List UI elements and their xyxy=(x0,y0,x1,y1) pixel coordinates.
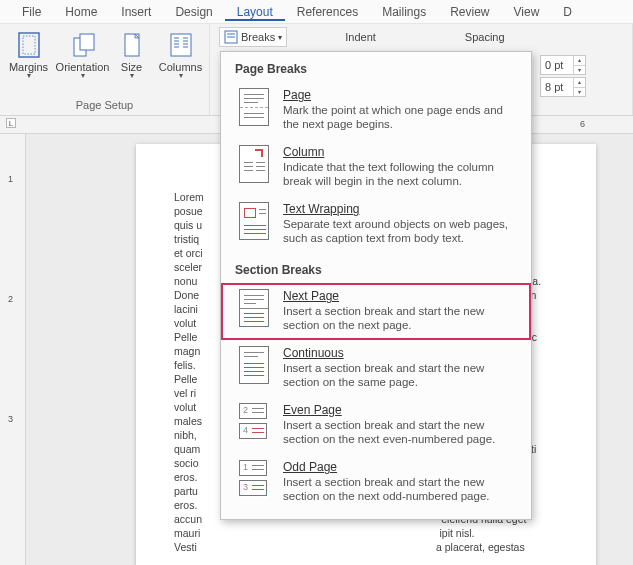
ruler-number: 2 xyxy=(8,294,13,304)
chevron-down-icon: ▾ xyxy=(27,73,31,79)
even-badge2: 4 xyxy=(243,425,248,435)
option-desc: Insert a section break and start the new… xyxy=(283,418,517,446)
chevron-down-icon: ▾ xyxy=(81,73,85,79)
even-page-break-icon: 2 4 xyxy=(239,403,269,441)
svg-rect-3 xyxy=(80,34,94,50)
orientation-icon xyxy=(68,32,98,58)
breaks-label: Breaks xyxy=(241,31,275,43)
spinner-buttons[interactable]: ▴▾ xyxy=(573,56,585,74)
breaks-icon xyxy=(224,30,238,44)
spacing-before-input[interactable]: 0 pt ▴▾ xyxy=(540,55,586,75)
chevron-down-icon: ▾ xyxy=(130,73,134,79)
break-option-even-page[interactable]: 2 4 Even Page Insert a section break and… xyxy=(221,397,531,454)
option-desc: Insert a section break and start the new… xyxy=(283,361,517,389)
option-desc: Insert a section break and start the new… xyxy=(283,475,517,503)
option-title: Page xyxy=(283,88,517,102)
column-break-icon xyxy=(239,145,269,183)
tab-stop-marker[interactable]: L xyxy=(6,118,16,128)
tab-mailings[interactable]: Mailings xyxy=(370,2,438,21)
doc-line: mauri ipit nisl. xyxy=(174,526,566,540)
section-breaks-heading: Section Breaks xyxy=(221,253,531,283)
option-title: Column xyxy=(283,145,517,159)
group-page-setup: Margins ▾ Orientation ▾ Size ▾ Columns ▾… xyxy=(0,24,210,115)
ruler-number: 6 xyxy=(580,119,585,129)
option-desc: Insert a section break and start the new… xyxy=(283,304,517,332)
spacing-after-input[interactable]: 8 pt ▴▾ xyxy=(540,77,586,97)
next-page-break-icon xyxy=(239,289,269,327)
orientation-button[interactable]: Orientation ▾ xyxy=(58,30,108,81)
tab-d[interactable]: D xyxy=(551,2,584,21)
odd-badge: 1 xyxy=(243,462,248,472)
ribbon-tabs: File Home Insert Design Layout Reference… xyxy=(0,0,633,24)
spacing-after-value: 8 pt xyxy=(545,81,563,93)
break-option-odd-page[interactable]: 1 3 Odd Page Insert a section break and … xyxy=(221,454,531,511)
option-title: Even Page xyxy=(283,403,517,417)
option-title: Odd Page xyxy=(283,460,517,474)
option-desc: Indicate that the text following the col… xyxy=(283,160,517,188)
option-desc: Separate text around objects on web page… xyxy=(283,217,517,245)
chevron-down-icon: ▾ xyxy=(179,73,183,79)
tab-insert[interactable]: Insert xyxy=(109,2,163,21)
odd-page-break-icon: 1 3 xyxy=(239,460,269,498)
break-option-next-page[interactable]: Next Page Insert a section break and sta… xyxy=(221,283,531,340)
svg-rect-0 xyxy=(19,33,39,57)
tab-layout[interactable]: Layout xyxy=(225,2,285,21)
odd-badge2: 3 xyxy=(243,482,248,492)
vertical-ruler: 1 2 3 xyxy=(0,134,26,565)
tab-view[interactable]: View xyxy=(502,2,552,21)
option-desc: Mark the point at which one page ends an… xyxy=(283,103,517,131)
break-option-text-wrapping[interactable]: Text Wrapping Separate text around objec… xyxy=(221,196,531,253)
chevron-down-icon: ▾ xyxy=(278,33,282,42)
margins-button[interactable]: Margins ▾ xyxy=(4,30,54,81)
option-title: Next Page xyxy=(283,289,517,303)
page-break-icon xyxy=(239,88,269,126)
breaks-button[interactable]: Breaks ▾ xyxy=(219,27,287,47)
tab-home[interactable]: Home xyxy=(53,2,109,21)
svg-rect-1 xyxy=(23,36,35,54)
continuous-break-icon xyxy=(239,346,269,384)
tab-review[interactable]: Review xyxy=(438,2,501,21)
group-caption-page-setup: Page Setup xyxy=(76,99,134,113)
option-title: Continuous xyxy=(283,346,517,360)
tab-references[interactable]: References xyxy=(285,2,370,21)
ruler-number: 3 xyxy=(8,414,13,424)
breaks-dropdown-panel: Page Breaks Page Mark the point at which… xyxy=(220,51,532,520)
even-badge: 2 xyxy=(243,405,248,415)
spinner-buttons[interactable]: ▴▾ xyxy=(573,78,585,96)
indent-label: Indent xyxy=(335,31,386,43)
columns-button[interactable]: Columns ▾ xyxy=(156,30,206,81)
svg-rect-5 xyxy=(171,34,191,56)
break-option-column[interactable]: Column Indicate that the text following … xyxy=(221,139,531,196)
page-breaks-heading: Page Breaks xyxy=(221,52,531,82)
spacing-before-value: 0 pt xyxy=(545,59,563,71)
tab-file[interactable]: File xyxy=(10,2,53,21)
margins-icon xyxy=(14,32,44,58)
columns-icon xyxy=(166,32,196,58)
ruler-number: 1 xyxy=(8,174,13,184)
tab-design[interactable]: Design xyxy=(163,2,224,21)
break-option-page[interactable]: Page Mark the point at which one page en… xyxy=(221,82,531,139)
size-button[interactable]: Size ▾ xyxy=(112,30,152,81)
break-option-continuous[interactable]: Continuous Insert a section break and st… xyxy=(221,340,531,397)
text-wrapping-break-icon xyxy=(239,202,269,240)
doc-line: Vesti a placerat, egestas xyxy=(174,540,566,554)
spacing-label: Spacing xyxy=(455,31,515,43)
size-icon xyxy=(117,32,147,58)
option-title: Text Wrapping xyxy=(283,202,517,216)
